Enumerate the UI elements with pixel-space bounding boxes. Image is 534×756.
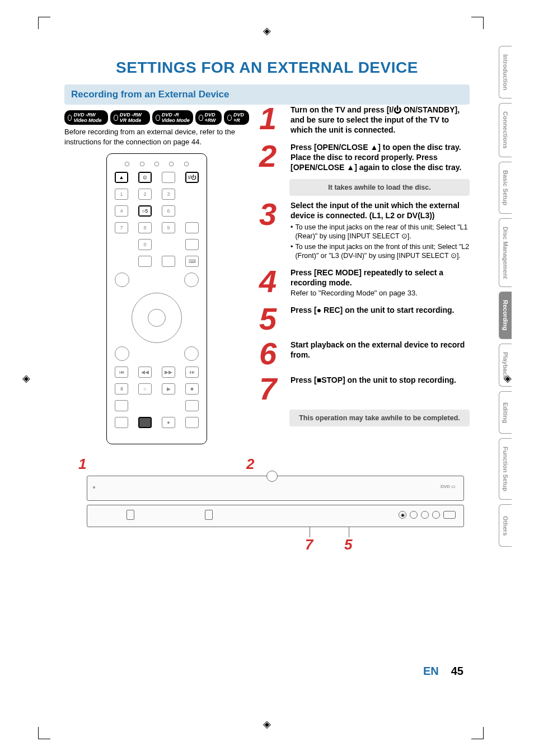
dpad-icon <box>132 293 182 343</box>
tab-others: Others <box>499 504 512 547</box>
dvd-badge: DVD -R Video Mode <box>152 110 193 125</box>
step-number: 4 <box>259 267 285 298</box>
remote-button: 2 <box>138 189 152 200</box>
step-3: 3 Select the input of the unit which the… <box>259 200 470 260</box>
step-text: Press [■STOP] on the unit to stop record… <box>291 375 470 385</box>
intro-paragraph: Before recording from an external device… <box>64 127 249 147</box>
diagram-callout-1: 1 <box>78 456 86 473</box>
skip-fwd-icon: ⏭ <box>185 367 199 378</box>
unit-top-illustration: DVD ▭ <box>87 476 464 501</box>
page-title: SETTINGS FOR AN EXTERNAL DEVICE <box>64 59 470 77</box>
registration-mark-bottom: ◈ <box>263 718 271 730</box>
step-bullet: To use the input jacks on the front of t… <box>291 242 470 261</box>
step-2: 2 Press [OPEN/CLOSE ▲] to open the disc … <box>259 142 470 173</box>
open-close-button-icon: ▲ <box>115 172 128 183</box>
front-button-icon <box>421 511 429 519</box>
chapter-tabs: Introduction Connections Basic Setup Dis… <box>499 46 512 547</box>
step-bullet: To use the input jacks on the rear of th… <box>291 223 470 241</box>
remote-button: 4 <box>115 205 128 217</box>
remote-button: 7 <box>115 222 128 233</box>
remote-button <box>162 172 175 183</box>
step-subtext: Refer to "Recording Mode" on page 33. <box>291 289 470 298</box>
callout-line <box>349 527 349 537</box>
pause-icon: ⏸ <box>115 383 128 395</box>
dvd-badge: DVD +R <box>224 110 249 125</box>
page-number: 45 <box>451 665 463 677</box>
tab-basic-setup: Basic Setup <box>499 162 512 214</box>
tab-function-setup: Function Setup <box>499 438 512 500</box>
input-select-button-icon: ⊙ <box>138 172 152 183</box>
front-button-icon <box>432 511 440 519</box>
remote-indicator <box>184 162 189 166</box>
stop-icon: ■ <box>185 383 199 395</box>
remote-button: 3 <box>162 189 175 200</box>
tab-disc-management: Disc Management <box>499 218 512 288</box>
crop-corner <box>38 727 50 739</box>
step-number: 7 <box>259 375 285 403</box>
dvd-badges: DVD -RW Video Mode DVD -RW VR Mode DVD -… <box>64 110 249 125</box>
step-text: Press [OPEN/CLOSE ▲] to open the disc tr… <box>291 142 470 173</box>
dvd-badge: DVD -RW Video Mode <box>64 110 108 125</box>
remote-button <box>115 273 129 287</box>
step-number: 5 <box>259 305 285 333</box>
dvd-label-icon: DVD ▭ <box>441 484 456 489</box>
dvd-badge: DVD -RW VR Mode <box>110 110 150 125</box>
remote-button <box>162 256 175 267</box>
remote-button: 9 <box>162 222 175 233</box>
remote-button: 8 <box>138 222 152 233</box>
tab-connections: Connections <box>499 103 512 157</box>
manual-page: ◈ ◈ ◈ ◈ Introduction Connections Basic S… <box>0 0 534 756</box>
diagram-callout-5: 5 <box>344 536 352 553</box>
step-text: Press [● REC] on the unit to start recor… <box>291 305 470 315</box>
forward-icon: ▶▶ <box>162 367 175 378</box>
lang-label: EN <box>423 665 439 677</box>
remote-button <box>184 273 199 287</box>
remote-button <box>184 346 199 361</box>
remote-indicator <box>140 162 144 166</box>
remote-button <box>185 400 199 411</box>
dvd-badge: DVD +RW <box>195 110 222 125</box>
remote-button: ⌨ <box>185 256 199 267</box>
rewind-icon: ◀◀ <box>138 367 152 378</box>
tab-recording: Recording <box>499 292 512 339</box>
step-number: 1 <box>259 105 285 135</box>
remote-indicator <box>125 162 129 166</box>
note-box: It takes awhile to load the disc. <box>289 179 470 196</box>
front-button-icon <box>443 511 456 519</box>
remote-button: ○5 <box>138 205 152 217</box>
power-button-icon: I/⏻ <box>185 172 199 183</box>
front-button-icon <box>410 511 418 519</box>
page-footer: EN45 <box>423 665 463 678</box>
remote-button: ● <box>162 417 175 428</box>
step-text: Select the input of the unit which the e… <box>291 200 470 220</box>
diagram-callout-2: 2 <box>246 456 254 473</box>
front-jack-icon <box>127 510 134 520</box>
play-icon: ▶ <box>162 383 175 395</box>
crop-corner <box>471 727 484 739</box>
remote-indicator <box>169 162 174 166</box>
remote-button <box>115 400 128 411</box>
crop-corner <box>471 17 484 29</box>
tab-playback: Playback <box>499 344 512 387</box>
eject-button-icon <box>266 471 278 482</box>
step-text: Turn on the TV and press [I/⏻ ON/STANDBY… <box>291 105 470 135</box>
registration-mark-left: ◈ <box>22 372 30 384</box>
remote-button <box>138 256 152 267</box>
remote-button: ○ <box>138 383 152 395</box>
steps-list: 1 Turn on the TV and press [I/⏻ ON/STAND… <box>259 105 470 444</box>
step-7: 7 Press [■STOP] on the unit to stop reco… <box>259 375 470 403</box>
callout-line <box>310 527 310 537</box>
note-box: This operation may take awhile to be com… <box>289 410 470 426</box>
step-4: 4 Press [REC MODE] repeatedly to select … <box>259 267 470 298</box>
step-text: Press [REC MODE] repeatedly to select a … <box>291 267 470 288</box>
registration-mark-top: ◈ <box>263 25 271 37</box>
step-number: 2 <box>259 142 285 173</box>
step-6: 6 Start playback on the external device … <box>259 340 470 368</box>
step-1: 1 Turn on the TV and press [I/⏻ ON/STAND… <box>259 105 470 135</box>
diagram-callout-7: 7 <box>305 536 313 553</box>
remote-illustration: ▲ ⊙ I/⏻ 123 4○56 789 0 ⌨ ⏮◀◀▶▶⏭ ⏸○▶■ <box>106 153 207 444</box>
page-content: SETTINGS FOR AN EXTERNAL DEVICE Recordin… <box>64 53 470 689</box>
step-text: Start playback on the external device to… <box>291 340 470 360</box>
front-button-icon: ◉ <box>399 511 406 519</box>
remote-indicator <box>154 162 159 166</box>
